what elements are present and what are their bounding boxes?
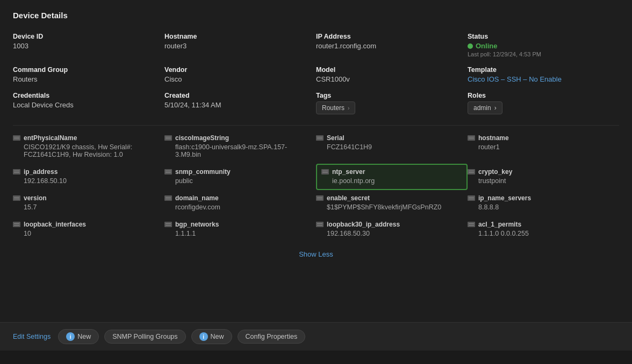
status-online: Online <box>468 42 613 50</box>
fact-label-text: hostname <box>478 134 509 142</box>
fact-type-icon <box>164 169 172 174</box>
chevron-right-icon-2: › <box>494 104 497 112</box>
fact-value-text: 1.1.1.1 <box>164 230 310 237</box>
model-cell: Model CSR1000v <box>316 63 468 89</box>
credentials-label: Credentials <box>13 92 158 99</box>
status-dot <box>468 43 473 49</box>
template-value[interactable]: Cisco IOS – SSH – No Enable <box>468 75 613 83</box>
fact-type-icon <box>316 195 324 201</box>
fact-cell-loopback_interfaces: loopback_interfaces10 <box>13 216 164 243</box>
fact-type-icon <box>316 222 324 227</box>
snmp-polling-button[interactable]: SNMP Polling Groups <box>104 330 185 344</box>
fact-value-text: 1.1.1.0 0.0.0.255 <box>468 230 613 237</box>
roles-badge-text: admin <box>473 104 491 112</box>
tags-label: Tags <box>316 92 461 99</box>
panel-title: Device Details <box>13 11 619 20</box>
fact-value-text: router1 <box>468 143 613 151</box>
fact-label-text: version <box>24 194 47 202</box>
chevron-right-icon: › <box>348 105 349 111</box>
fact-cell-version: version15.7 <box>13 190 164 216</box>
fact-cell-ip_address: ip_address192.168.50.10 <box>13 164 164 190</box>
fact-label-row: entPhysicalName <box>13 134 158 142</box>
fact-cell-loopback30_ip_address: loopback30_ip_address192.168.50.30 <box>316 216 468 243</box>
fact-label-row: crypto_key <box>468 168 613 176</box>
fact-label-row: ip_address <box>13 168 158 176</box>
fact-label-row: enable_secret <box>316 194 461 202</box>
template-label: Template <box>468 66 613 74</box>
command-group-cell: Command Group Routers <box>13 63 164 89</box>
device-id-value: 1003 <box>13 42 158 50</box>
vendor-cell: Vendor Cisco <box>164 63 316 89</box>
status-label: Status <box>468 33 613 40</box>
fact-value-text: 192.168.50.10 <box>13 177 158 185</box>
fact-value-text: 15.7 <box>13 203 158 211</box>
fact-value-text: 192.168.50.30 <box>316 230 461 237</box>
fact-cell-crypto_key: crypto_keytrustpoint <box>468 164 619 190</box>
info-icon-1: i <box>66 332 75 341</box>
basic-info-grid: Device ID 1003 Hostname router3 IP Addre… <box>13 30 619 120</box>
fact-label-text: ip_name_servers <box>478 194 531 202</box>
fact-label-text: domain_name <box>175 194 219 202</box>
fact-type-icon <box>468 135 475 141</box>
hostname-value: router3 <box>164 42 310 50</box>
section-divider <box>13 125 619 126</box>
roles-badge[interactable]: admin › <box>468 101 502 114</box>
fact-cell-bgp_networks: bgp_networks1.1.1.1 <box>164 216 316 243</box>
fact-type-icon <box>316 135 324 141</box>
roles-label: Roles <box>468 92 613 99</box>
command-group-value: Routers <box>13 75 158 83</box>
created-cell: Created 5/10/24, 11:34 AM <box>164 89 316 120</box>
tags-cell: Tags Routers › <box>316 89 468 120</box>
fact-label-row: domain_name <box>164 194 310 202</box>
new-label-1: New <box>77 333 91 340</box>
fact-value-text: FCZ1641C1H9 <box>316 143 461 151</box>
created-value: 5/10/24, 11:34 AM <box>164 101 310 109</box>
fact-type-icon <box>13 195 20 201</box>
fact-label-text: acl_1_permits <box>478 221 521 228</box>
fact-label-text: loopback_interfaces <box>24 221 86 228</box>
fact-label-text: ntp_server <box>332 168 365 176</box>
fact-cell-ntp_server: ntp_serverie.pool.ntp.org <box>316 164 468 190</box>
tags-badge[interactable]: Routers › <box>316 101 355 114</box>
fact-type-icon <box>13 135 20 141</box>
edit-settings-button[interactable]: Edit Settings <box>11 330 53 343</box>
fact-label-text: enable_secret <box>327 194 370 202</box>
fact-type-icon <box>468 222 475 227</box>
fact-cell-ip_name_servers: ip_name_servers8.8.8.8 <box>468 190 619 216</box>
fact-label-row: version <box>13 194 158 202</box>
fact-label-row: loopback30_ip_address <box>316 221 461 228</box>
status-cell: Status Online Last poll: 12/29/24, 4:53 … <box>468 30 619 63</box>
new-label-2: New <box>211 333 224 340</box>
fact-label-row: loopback_interfaces <box>13 221 158 228</box>
fact-type-icon <box>13 222 20 227</box>
fact-cell-entPhysicalName: entPhysicalNameCISCO1921/K9 chassis, Hw … <box>13 130 164 164</box>
facts-grid: entPhysicalNameCISCO1921/K9 chassis, Hw … <box>13 130 619 243</box>
hostname-cell: Hostname router3 <box>164 30 316 63</box>
fact-label-row: snmp_community <box>164 168 310 176</box>
fact-value-text: 8.8.8.8 <box>468 203 613 211</box>
info-icon-2: i <box>199 332 208 341</box>
fact-value-text: rconfigdev.com <box>164 203 310 211</box>
fact-cell-Serial: SerialFCZ1641C1H9 <box>316 130 468 164</box>
config-properties-button[interactable]: Config Properties <box>238 330 306 344</box>
fact-label-row: Serial <box>316 134 461 142</box>
fact-type-icon <box>164 135 172 141</box>
credentials-value: Local Device Creds <box>13 101 158 109</box>
fact-type-icon <box>321 169 329 174</box>
show-less-button[interactable]: Show Less <box>299 250 333 258</box>
show-less-row: Show Less <box>13 243 619 261</box>
fact-type-icon <box>164 195 172 201</box>
main-panel: Device Details Device ID 1003 Hostname r… <box>0 0 632 322</box>
bottom-toolbar: Edit Settings i New SNMP Polling Groups … <box>0 322 632 351</box>
vendor-value: Cisco <box>164 75 310 83</box>
fact-type-icon <box>468 195 475 201</box>
snmp-new-group: i New <box>58 329 99 344</box>
vendor-label: Vendor <box>164 66 310 74</box>
created-label: Created <box>164 92 310 99</box>
model-label: Model <box>316 66 461 74</box>
fact-label-row: bgp_networks <box>164 221 310 228</box>
model-value: CSR1000v <box>316 75 461 83</box>
fact-label-text: ciscoImageString <box>175 134 229 142</box>
template-cell: Template Cisco IOS – SSH – No Enable <box>468 63 619 89</box>
hostname-label: Hostname <box>164 33 310 40</box>
